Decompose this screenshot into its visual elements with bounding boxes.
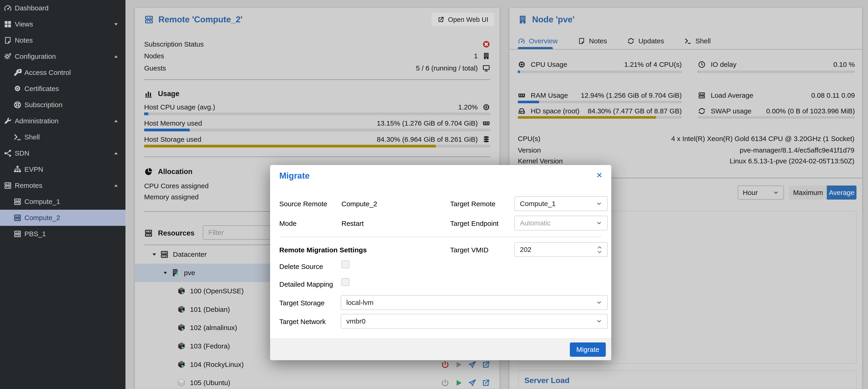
sidebar-item-shell[interactable]: Shell [0,129,125,145]
chevron-up-icon [113,53,119,59]
sidebar-item-label: Dashboard [15,4,49,12]
panel-title: Remote 'Compute_2' [144,15,243,24]
row-label: CPU Cores assigned [144,182,209,190]
maximum-label: Maximum [793,189,823,197]
open-console-icon[interactable] [482,379,490,387]
vm-running-icon [177,323,186,332]
sidebar-item-configuration[interactable]: Configuration [0,48,125,64]
mode-label: Mode [279,220,297,227]
server-icon [698,91,706,99]
key-icon [13,68,22,77]
tree-item-label: pve [184,269,195,277]
usage-section-header: Usage [144,88,179,99]
migrate-dialog: Migrate ✕ Source Remote Compute_2 Target… [270,165,611,360]
stat-label: RAM Usage [531,91,568,99]
server-icon [144,15,154,24]
sidebar-item-certificates[interactable]: Certificates [0,81,125,97]
target-network-select[interactable]: vmbr0 [341,314,608,329]
caret-down-icon[interactable] [162,270,168,276]
sidebar-item-sdn[interactable]: SDN [0,145,125,161]
sidebar-item-evpn[interactable]: EVPN [0,161,125,177]
migrate-icon[interactable] [468,360,476,369]
host-storage-row: Host Storage used 84.30% (6.964 GiB of 8… [144,135,490,144]
sidebar-item-compute-2[interactable]: Compute_2 [0,210,125,226]
chevron-up-icon[interactable] [597,246,602,249]
stat-value: 1.21% of 4 CPU(s) [624,61,682,68]
row-label: Memory assigned [144,193,199,201]
start-icon[interactable] [455,379,463,387]
vm-actions [441,379,490,387]
maximum-button[interactable]: Maximum [789,186,827,200]
io-progress [698,71,855,73]
sidebar-item-label: Shell [24,133,40,141]
tab-shell[interactable]: Shell [684,37,711,45]
subscription-status-row: Subscription Status [144,38,490,50]
note-icon [4,36,12,45]
panel-title: Node 'pve' [518,15,575,24]
sidebar-item-views[interactable]: Views [0,16,125,32]
target-endpoint-label: Target Endpoint [450,220,498,227]
sidebar: Dashboard Views Notes Configuration Acce… [0,0,125,389]
migrate-icon[interactable] [468,379,476,387]
cpu-usage-row: CPU Usage 1.21% of 4 CPU(s) [518,60,682,70]
target-storage-select[interactable]: local-lvm [341,295,608,310]
stat-value: 0.00% (0 B of 1023.996 MiB) [766,107,855,115]
tab-label: Overview [529,37,558,45]
tab-overview[interactable]: Overview [518,37,558,45]
shutdown-icon[interactable] [441,379,450,387]
migrate-button[interactable]: Migrate [570,342,606,357]
sidebar-item-pbs-1[interactable]: PBS_1 [0,226,125,242]
sidebar-item-subscription[interactable]: Subscription [0,97,125,113]
detailed-mapping-checkbox[interactable] [341,278,349,286]
caret-down-icon[interactable] [151,251,157,257]
node-building-check-icon [171,269,180,277]
tab-updates[interactable]: Updates [627,37,664,45]
source-remote-label: Source Remote [279,200,327,208]
bar-chart-icon [144,89,153,98]
open-web-ui-button[interactable]: Open Web UI [431,13,494,26]
target-network-value: vmbr0 [346,317,365,325]
tree-item-label: 105 (Ubuntu) [190,379,230,387]
target-remote-value: Compute_1 [520,200,556,207]
error-circle-icon [482,40,490,48]
sidebar-item-label: Configuration [15,53,56,60]
tab-label: Shell [695,37,711,45]
load-average-row: Load Average 0.08 0.11 0.09 [698,90,855,100]
chevron-up-icon [113,150,119,156]
cpus-info-row: CPU(s) 4 x Intel(R) Xeon(R) Gold 6134 CP… [518,134,855,144]
vm-running-icon [177,305,186,314]
average-button[interactable]: Average [827,186,857,200]
open-console-icon[interactable] [482,360,490,369]
stat-label: SWAP usage [711,107,751,115]
start-icon[interactable] [455,360,463,369]
tab-notes[interactable]: Notes [578,37,607,45]
tree-item-label: 100 (OpenSUSE) [190,287,244,295]
sidebar-item-administration[interactable]: Administration [0,113,125,129]
tabs-border [509,49,862,50]
sidebar-item-dashboard[interactable]: Dashboard [0,0,125,16]
shutdown-icon[interactable] [441,360,450,369]
target-endpoint-placeholder: Automatic [520,219,551,227]
sidebar-item-compute-1[interactable]: Compute_1 [0,194,125,210]
gears-icon [4,52,12,61]
tree-item-vm-105[interactable]: 105 (Ubuntu) [135,373,499,389]
target-endpoint-select[interactable]: Automatic [514,216,608,230]
stepper-arrows[interactable] [597,246,602,254]
life-ring-icon [13,101,22,109]
target-remote-select[interactable]: Compute_1 [514,196,608,211]
close-icon[interactable]: ✕ [596,171,602,179]
info-value: 4 x Intel(R) Xeon(R) Gold 6134 CPU @ 3.2… [671,135,855,143]
note-icon [578,37,585,45]
tree-item-label: 101 (Debian) [190,306,230,313]
memory-icon [518,91,526,99]
target-vmid-label: Target VMID [450,246,489,254]
panel-title-text: Remote 'Compute_2' [158,15,243,24]
sidebar-item-remotes[interactable]: Remotes [0,177,125,194]
sidebar-item-access-control[interactable]: Access Control [0,64,125,81]
delete-source-checkbox[interactable] [341,260,349,268]
kernel-info-row: Kernel Version Linux 6.5.13-1-pve (2024-… [518,156,855,166]
interval-select[interactable]: Hour [738,186,784,200]
target-vmid-stepper[interactable]: 202 [514,242,608,257]
sidebar-item-notes[interactable]: Notes [0,32,125,48]
chevron-down-icon[interactable] [597,250,602,254]
